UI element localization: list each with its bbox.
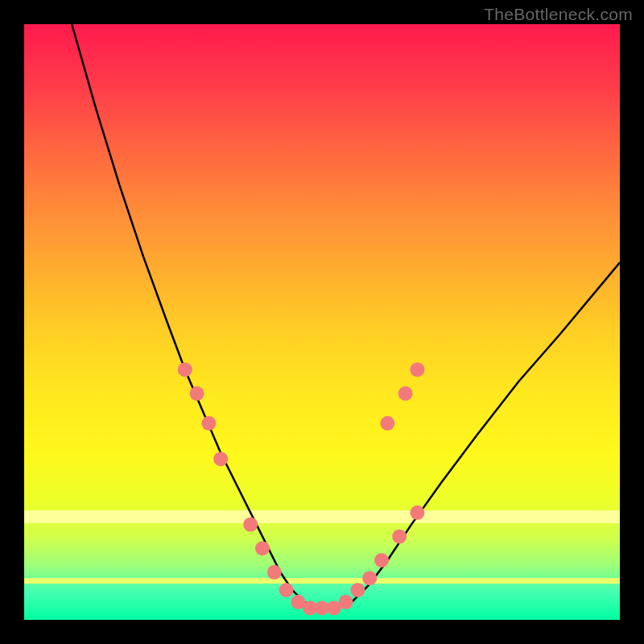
data-point-marker	[392, 529, 407, 543]
data-point-marker	[380, 416, 394, 431]
curve-markers	[178, 362, 425, 615]
data-point-marker	[410, 362, 424, 377]
data-point-marker	[255, 541, 270, 555]
data-point-marker	[267, 565, 282, 580]
data-point-marker	[190, 386, 204, 401]
data-point-marker	[374, 553, 389, 568]
data-point-marker	[350, 583, 365, 597]
data-point-marker	[339, 595, 353, 609]
data-point-marker	[213, 452, 228, 466]
data-point-marker	[362, 571, 377, 585]
bottleneck-curve-line	[72, 24, 620, 608]
data-point-marker	[398, 386, 413, 401]
data-point-marker	[243, 518, 258, 532]
chart-frame: TheBottleneck.com	[0, 0, 644, 644]
watermark-text: TheBottleneck.com	[484, 5, 633, 24]
chart-plot-area	[24, 24, 620, 620]
data-point-marker	[178, 362, 192, 377]
data-point-marker	[201, 416, 216, 431]
data-point-marker	[410, 506, 424, 520]
chart-svg	[24, 24, 620, 620]
data-point-marker	[279, 583, 294, 597]
